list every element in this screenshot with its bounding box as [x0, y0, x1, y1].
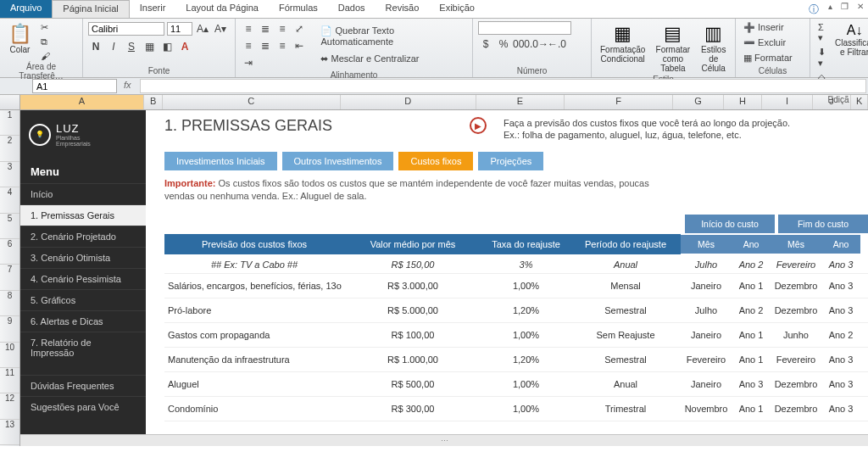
cell[interactable]: Dezembro	[771, 404, 821, 414]
row-header[interactable]: 12	[0, 393, 19, 419]
cell[interactable]: Fevereiro	[681, 354, 732, 365]
table-row[interactable]: Gastos com propagandaR$ 100,001,00%Sem R…	[164, 323, 868, 348]
cell[interactable]: Ano 3	[821, 305, 860, 315]
sidebar-item-relatorio[interactable]: 7. Relatório de Impressão	[20, 332, 146, 363]
cell[interactable]: Manutenção da infraestrutura	[164, 354, 344, 365]
cell[interactable]: Ano 1	[732, 354, 771, 365]
row-header[interactable]: 1	[0, 110, 19, 136]
cell[interactable]: R$ 300,00	[344, 404, 481, 414]
cell[interactable]: Anual	[570, 379, 681, 389]
indent-dec-button[interactable]: ⇤	[292, 38, 307, 53]
select-all-corner[interactable]	[0, 95, 20, 109]
formula-input[interactable]	[140, 79, 866, 93]
cell[interactable]: Janeiro	[681, 379, 732, 389]
cell[interactable]: Junho	[771, 330, 821, 340]
orientation-button[interactable]: ⤢	[292, 21, 307, 36]
cut-button[interactable]: ✂	[38, 21, 53, 34]
conditional-formatting-button[interactable]: ▦Formatação Condicional	[597, 21, 648, 65]
btn-projecoes[interactable]: Projeções	[478, 152, 543, 170]
tab-insert[interactable]: Inserir	[130, 0, 176, 18]
font-name-select[interactable]	[88, 22, 164, 36]
col-header-e[interactable]: E	[476, 95, 565, 109]
help-icon[interactable]: ⓘ	[804, 0, 824, 18]
increase-decimal-button[interactable]: .0→	[531, 36, 547, 52]
italic-button[interactable]: I	[106, 39, 121, 54]
format-cells-button[interactable]: ▦ Formatar	[741, 52, 795, 64]
border-button[interactable]: ▦	[142, 39, 157, 54]
cell[interactable]: Ano 1	[732, 330, 771, 340]
row-header[interactable]: 4	[0, 187, 19, 213]
currency-button[interactable]: $	[478, 36, 493, 52]
col-header-f[interactable]: F	[565, 95, 674, 109]
cell[interactable]: Julho	[681, 305, 732, 315]
cell[interactable]: Condomínio	[164, 404, 344, 414]
tab-home[interactable]: Página Inicial	[52, 0, 129, 18]
sidebar-item-graficos[interactable]: 5. Gráficos	[20, 289, 146, 310]
indent-inc-button[interactable]: ⇥	[241, 55, 256, 70]
align-left-button[interactable]: ≡	[241, 38, 256, 53]
cell[interactable]: Ano 1	[732, 404, 771, 414]
tab-layout[interactable]: Layout da Página	[175, 0, 269, 18]
cell[interactable]: Fevereiro	[771, 354, 821, 365]
cell[interactable]: 1,00%	[481, 330, 570, 340]
align-right-button[interactable]: ≡	[275, 38, 290, 53]
col-header-h[interactable]: H	[724, 95, 763, 109]
sidebar-item-premissas[interactable]: 1. Premissas Gerais	[20, 204, 146, 226]
window-restore-icon[interactable]: ❐	[837, 0, 853, 18]
table-row[interactable]: CondomínioR$ 300,001,00%TrimestralNovemb…	[164, 397, 868, 421]
merge-center-button[interactable]: ⬌ Mesclar e Centralizar	[318, 53, 467, 65]
btn-custos-fixos[interactable]: Custos fixos	[398, 152, 473, 170]
align-top-button[interactable]: ≡	[241, 21, 256, 36]
number-format-select[interactable]	[478, 21, 571, 35]
play-icon[interactable]: ▶	[470, 117, 487, 134]
col-header-j[interactable]: J	[813, 95, 852, 109]
horizontal-scrollbar[interactable]: ⋯	[20, 434, 868, 446]
cell[interactable]: Ano 3	[821, 404, 860, 414]
cell[interactable]: Ano 3	[821, 379, 860, 389]
btn-investimentos-iniciais[interactable]: Investimentos Iniciais	[164, 152, 277, 170]
sidebar-item-faq[interactable]: Dúvidas Frequentes	[20, 375, 146, 396]
row-header[interactable]: 9	[0, 316, 19, 342]
cell[interactable]: Gastos com propaganda	[164, 330, 344, 340]
cell[interactable]: R$ 100,00	[344, 330, 481, 340]
sidebar-item-alertas[interactable]: 6. Alertas e Dicas	[20, 310, 146, 332]
cell[interactable]: Pró-labore	[164, 305, 344, 315]
comma-button[interactable]: 000	[514, 36, 529, 52]
fill-color-button[interactable]: ◧	[159, 39, 175, 54]
cell[interactable]: 1,00%	[481, 281, 570, 291]
cell[interactable]: 1,20%	[481, 354, 570, 365]
table-row[interactable]: Salários, encargos, benefícios, férias, …	[164, 274, 868, 298]
cell[interactable]: R$ 1.000,00	[344, 354, 481, 365]
cell[interactable]: Ano 2	[821, 330, 860, 340]
align-middle-button[interactable]: ≣	[258, 21, 273, 36]
col-header-b[interactable]: B	[144, 95, 163, 109]
row-header[interactable]: 7	[0, 265, 19, 290]
cell[interactable]: Janeiro	[681, 330, 732, 340]
font-color-button[interactable]: A	[177, 39, 192, 54]
tab-view[interactable]: Exibição	[429, 0, 485, 18]
row-header[interactable]: 3	[0, 162, 19, 187]
format-painter-button[interactable]: 🖌	[38, 50, 53, 62]
format-as-table-button[interactable]: ▤Formatar como Tabela	[652, 21, 693, 75]
sidebar-item-inicio[interactable]: Início	[20, 183, 146, 204]
col-header-a[interactable]: A	[20, 95, 144, 109]
cell[interactable]: Trimestral	[570, 404, 681, 414]
row-header[interactable]: 5	[0, 214, 19, 239]
row-header[interactable]: 13	[0, 420, 19, 445]
row-header[interactable]: 8	[0, 291, 19, 316]
cell[interactable]: Salários, encargos, benefícios, férias, …	[164, 281, 344, 291]
cell[interactable]: Aluguel	[164, 379, 344, 389]
cell[interactable]: Dezembro	[771, 379, 821, 389]
cell[interactable]: Mensal	[570, 281, 681, 291]
col-header-k[interactable]: K	[851, 95, 868, 109]
decrease-decimal-button[interactable]: ←.0	[549, 36, 565, 52]
font-size-select[interactable]	[167, 22, 192, 36]
wrap-text-button[interactable]: 📄 Quebrar Texto Automaticamente	[318, 25, 467, 47]
cell[interactable]: Ano 3	[821, 354, 860, 365]
cell[interactable]: Novembro	[681, 404, 732, 414]
table-row[interactable]: AluguelR$ 500,001,00%AnualJaneiroAno 3De…	[164, 372, 868, 397]
cell[interactable]: R$ 500,00	[344, 379, 481, 389]
insert-cells-button[interactable]: ➕ Inserir	[741, 21, 795, 34]
row-header[interactable]: 10	[0, 343, 19, 368]
bold-button[interactable]: N	[88, 39, 103, 54]
